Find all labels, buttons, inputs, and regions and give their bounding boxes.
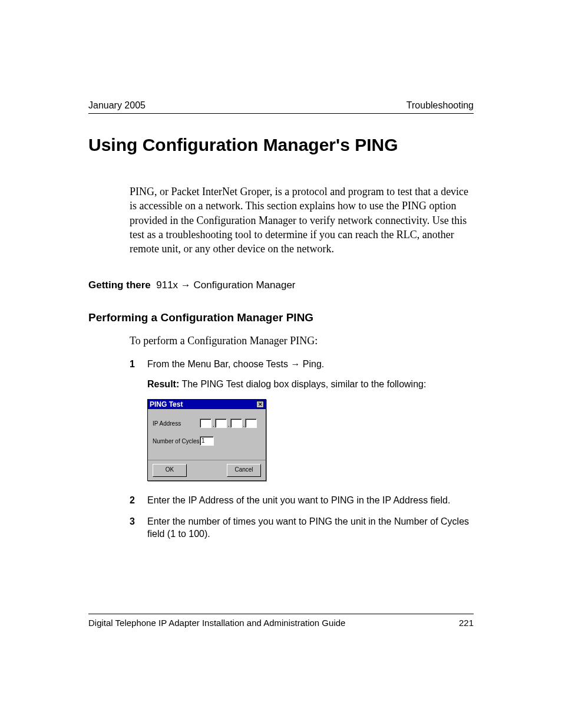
getting-there-line: Getting there 911x → Configuration Manag…: [88, 279, 474, 291]
dialog-title: PING Test: [150, 400, 183, 409]
page-header: January 2005 Troubleshooting: [88, 100, 474, 114]
ping-test-dialog: PING Test ✕ IP Address . . . Number of C…: [147, 399, 266, 481]
ip-dot: .: [243, 421, 245, 428]
step-text: From the Menu Bar, choose Tests → Ping.: [147, 358, 474, 371]
result-label: Result:: [147, 379, 179, 389]
ip-address-row: IP Address . . .: [153, 419, 261, 428]
step-text: Enter the number of times you want to PI…: [147, 515, 474, 541]
step-number: 2: [130, 494, 147, 507]
ip-octet-3-input[interactable]: [230, 419, 242, 428]
section-heading: Performing a Configuration Manager PING: [88, 311, 474, 324]
ip-address-label: IP Address: [153, 420, 200, 427]
result-text: The PING Test dialog box displays, simil…: [181, 379, 426, 389]
cycles-row: Number of Cycles 1: [153, 436, 261, 446]
close-icon[interactable]: ✕: [256, 401, 264, 408]
page-title: Using Configuration Manager's PING: [88, 135, 474, 155]
cycles-label: Number of Cycles: [153, 438, 200, 444]
header-date: January 2005: [88, 100, 146, 111]
ip-dot: .: [228, 421, 230, 428]
getting-there-path-before: 911x: [156, 279, 178, 291]
step-1: 1 From the Menu Bar, choose Tests → Ping…: [130, 358, 474, 371]
getting-there-path-after: Configuration Manager: [194, 279, 296, 291]
footer-page-number: 221: [459, 618, 474, 628]
step-2: 2 Enter the IP Address of the unit you w…: [130, 494, 474, 507]
ip-dot: .: [213, 421, 214, 428]
cycles-input[interactable]: 1: [200, 436, 214, 446]
step-number: 3: [130, 515, 147, 541]
footer-guide-name: Digital Telephone IP Adapter Installatio…: [88, 618, 345, 628]
dialog-button-row: OK Cancel: [148, 460, 266, 480]
step-number: 1: [130, 358, 147, 371]
step-3: 3 Enter the number of times you want to …: [130, 515, 474, 541]
getting-there-label: Getting there: [88, 279, 151, 291]
result-line: Result: The PING Test dialog box display…: [147, 379, 474, 390]
step-1-before: From the Menu Bar, choose Tests: [147, 359, 288, 369]
step-text: Enter the IP Address of the unit you wan…: [147, 494, 474, 507]
ip-octet-4-input[interactable]: [245, 419, 257, 428]
step-1-after: Ping.: [303, 359, 324, 369]
arrow-icon: →: [181, 279, 191, 291]
dialog-titlebar: PING Test ✕: [148, 400, 266, 409]
arrow-icon: →: [290, 359, 300, 369]
intro-paragraph: PING, or Packet InterNet Groper, is a pr…: [130, 185, 474, 256]
page-footer: Digital Telephone IP Adapter Installatio…: [88, 614, 474, 628]
document-page: January 2005 Troubleshooting Using Confi…: [0, 0, 562, 728]
lead-sentence: To perform a Configuration Manager PING:: [130, 335, 474, 347]
ok-button[interactable]: OK: [153, 464, 187, 477]
cancel-button[interactable]: Cancel: [227, 464, 261, 477]
ip-octet-2-input[interactable]: [215, 419, 227, 428]
header-chapter: Troubleshooting: [406, 100, 474, 111]
ip-octet-1-input[interactable]: [200, 419, 211, 428]
dialog-body: IP Address . . . Number of Cycles 1: [148, 409, 266, 460]
